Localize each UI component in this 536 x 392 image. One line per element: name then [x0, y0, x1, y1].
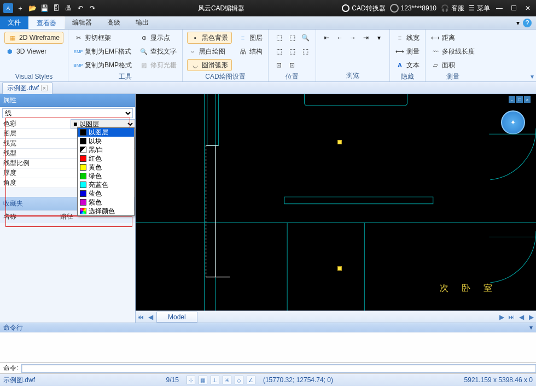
close-icon[interactable]: ✕	[523, 3, 533, 13]
dropdown-icon[interactable]: ▾	[516, 19, 520, 27]
sb-grid-icon[interactable]: ▦	[199, 376, 207, 384]
service-label[interactable]: 🎧客服	[441, 4, 464, 13]
btn-smooth-arc[interactable]: ◡圆滑弧形	[187, 59, 232, 71]
command-line: 命令:	[0, 363, 536, 374]
save-icon[interactable]: 💾	[39, 3, 49, 13]
dd-blue[interactable]: 蓝色	[78, 189, 134, 198]
pos-btn-7[interactable]: ⊡	[273, 59, 285, 71]
dd-green[interactable]: 绿色	[78, 172, 134, 180]
pos-btn-8[interactable]: ⊡	[286, 59, 298, 71]
dd-blackwhite[interactable]: 黑/白	[78, 145, 134, 154]
menu-editor[interactable]: 编辑器	[65, 16, 100, 29]
help-icon[interactable]: ?	[523, 19, 532, 27]
maximize-icon[interactable]: ☐	[509, 3, 518, 13]
cmd-pin-icon[interactable]: ▾	[529, 324, 533, 331]
entity-type-select[interactable]: 线	[2, 108, 133, 118]
new-icon[interactable]: ＋	[15, 3, 25, 13]
doc-tab-label: 示例图.dwf	[7, 84, 39, 93]
fav-name-label: 名称	[3, 212, 16, 221]
grip-point[interactable]	[337, 140, 342, 144]
app-icon: A	[3, 3, 13, 13]
menu-viewer[interactable]: 查看器	[28, 16, 65, 29]
btn-area[interactable]: ▱面积	[430, 59, 476, 71]
prop-thick-label: 厚度	[0, 168, 68, 178]
btn-show-point[interactable]: ⊕显示点	[138, 32, 178, 44]
menu-output[interactable]: 输出	[128, 16, 156, 29]
model-prev-icon[interactable]: ◀	[145, 313, 155, 321]
pos-btn-2[interactable]: ⬚	[286, 32, 298, 44]
command-input[interactable]	[21, 364, 536, 373]
dd-bylayer[interactable]: 以图层	[78, 128, 134, 137]
converter-icon[interactable]: CAD转换器	[342, 4, 385, 13]
ribbon-label-browse: 浏览	[321, 70, 385, 81]
properties-panel: 属性 线 色彩 ■ 以图层 图层 线宽 线型 线型比例 厚度 角度 收藏夹 名称…	[0, 94, 136, 323]
user-label[interactable]: 123****8910	[390, 4, 436, 13]
dd-yellow[interactable]: 黄色	[78, 163, 134, 172]
command-header: 命令行 ▾	[0, 323, 536, 332]
btn-struct[interactable]: 品结构	[237, 45, 264, 57]
sb-osnap-icon[interactable]: ◇	[235, 376, 243, 384]
sb-track-icon[interactable]: ∠	[247, 376, 255, 384]
btn-distance[interactable]: ⟷距离	[430, 32, 476, 44]
btn-black-bg[interactable]: ▪黑色背景	[187, 32, 232, 44]
redo-icon[interactable]: ↷	[88, 3, 97, 13]
dd-red[interactable]: 红色	[78, 154, 134, 163]
btn-clip-frame[interactable]: ✂剪切框架	[73, 32, 133, 44]
sb-ortho-icon[interactable]: ⊥	[211, 376, 219, 384]
btn-hide-lw[interactable]: ≡线宽	[394, 32, 421, 44]
doc-tab[interactable]: 示例图.dwf ×	[2, 82, 53, 94]
ribbon-label-pos: 位置	[273, 71, 311, 83]
pos-btn-4[interactable]: ⬚	[273, 45, 285, 57]
dd-byblock[interactable]: 以块	[78, 137, 134, 145]
btn-2d-wireframe[interactable]: ▦2D Wireframe	[4, 32, 63, 44]
menu-file[interactable]: 文件	[0, 16, 28, 29]
model-last-icon[interactable]: ⏭	[506, 313, 516, 321]
dd-choose[interactable]: 选择颜色	[78, 207, 134, 215]
ribbon-collapse-icon[interactable]: ▾	[531, 73, 534, 80]
nav-more-icon[interactable]: ▾	[373, 32, 385, 44]
ribbon-label-hide: 隐藏	[394, 71, 421, 83]
model-scroll-left-icon[interactable]: ◀	[516, 313, 526, 321]
properties-header: 属性	[0, 94, 135, 107]
menu-label[interactable]: ☰菜单	[469, 4, 490, 13]
btn-copy-emf[interactable]: EMF复制为EMF格式	[73, 45, 133, 57]
btn-layer[interactable]: ≡图层	[237, 32, 264, 44]
color-dropdown[interactable]: 以图层 以块 黑/白 红色 黄色 绿色 亮蓝色 蓝色 紫色 选择颜色	[77, 127, 135, 216]
grip-point[interactable]	[337, 266, 342, 271]
model-scroll-right-icon[interactable]: ▶	[526, 313, 536, 321]
pos-btn-3[interactable]: 🔍	[299, 32, 311, 44]
dd-cyan[interactable]: 亮蓝色	[78, 180, 134, 189]
pos-btn-1[interactable]: ⬚	[273, 32, 285, 44]
drawing-canvas[interactable]: -□× ✦	[136, 94, 536, 311]
pos-btn-6[interactable]: ⬚	[299, 45, 311, 57]
pos-btn-5[interactable]: ⬚	[286, 45, 298, 57]
dd-magenta[interactable]: 紫色	[78, 198, 134, 207]
nav-prev-icon[interactable]: ←	[334, 32, 346, 44]
btn-copy-bmp[interactable]: BMP复制为BMP格式	[73, 59, 133, 71]
nav-last-icon[interactable]: ⇥	[360, 32, 372, 44]
btn-polylen[interactable]: 〰多段线长度	[430, 45, 476, 57]
btn-hide-text[interactable]: A文本	[394, 59, 421, 71]
ribbon-group-visual: ▦2D Wireframe ⬢3D Viewer Visual Styles	[0, 30, 68, 81]
saveas-icon[interactable]: 🗄	[51, 3, 61, 13]
sb-snap-icon[interactable]: ⊹	[187, 376, 195, 384]
btn-hide-measure[interactable]: ⟷测量	[394, 45, 421, 57]
nav-first-icon[interactable]: ⇤	[321, 32, 333, 44]
menu-advanced[interactable]: 高级	[100, 16, 128, 29]
sb-polar-icon[interactable]: ✳	[223, 376, 231, 384]
model-next-icon[interactable]: ▶	[497, 313, 506, 321]
btn-3d-viewer[interactable]: ⬢3D Viewer	[4, 45, 63, 57]
minimize-icon[interactable]: —	[494, 3, 504, 13]
print-icon[interactable]: 🖶	[63, 3, 73, 13]
model-tab[interactable]: Model	[156, 312, 197, 323]
undo-icon[interactable]: ↶	[75, 3, 85, 13]
btn-find-text[interactable]: 🔍查找文字	[138, 45, 178, 57]
status-bar: 示例图.dwf 9/15 ⊹ ▦ ⊥ ✳ ◇ ∠ (15770.32; 1275…	[0, 374, 536, 386]
ribbon-label-measure: 测量	[430, 71, 476, 83]
btn-bw-draw[interactable]: ▫黑白绘图	[187, 45, 232, 57]
command-prompt: 命令:	[0, 364, 21, 373]
doc-tab-close-icon[interactable]: ×	[41, 85, 48, 91]
nav-next-icon[interactable]: →	[347, 32, 359, 44]
model-first-icon[interactable]: ⏮	[136, 313, 145, 321]
open-icon[interactable]: 📂	[27, 3, 37, 13]
